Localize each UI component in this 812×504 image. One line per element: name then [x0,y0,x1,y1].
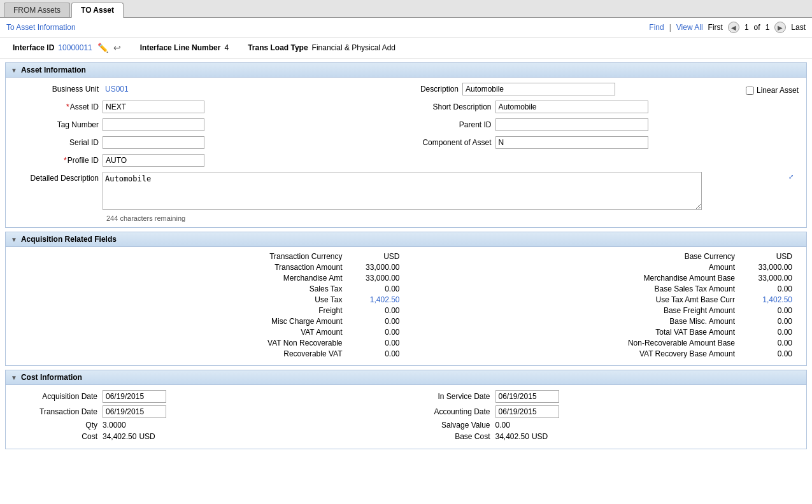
last-label: Last [791,23,806,32]
find-link[interactable]: Find [649,23,664,32]
cost-input[interactable] [495,390,559,403]
acq-label: Base Freight Amount [639,306,741,315]
acq-value: 0.00 [349,306,400,315]
tag-number-label: Tag Number [13,120,103,129]
detailed-description-label: Detailed Description [13,172,103,183]
acquisition-collapse-icon[interactable]: ▼ [11,236,17,243]
tag-number-input[interactable] [103,118,204,131]
parent-id-label: Parent ID [406,120,495,129]
acquisition-left-col: Transaction Currency USD Transaction Amo… [13,252,406,360]
acq-row: Misc Charge Amount 0.00 [20,317,400,326]
acq-row: VAT Recovery Base Amount 0.00 [413,349,793,358]
char-remaining: 244 characters remaining [106,214,799,222]
view-all-link[interactable]: View All [676,23,703,32]
acq-label: Transaction Amount [247,263,349,272]
description-input[interactable] [462,83,615,95]
prev-btn[interactable]: ◀ [728,22,739,33]
detailed-description-row: Detailed Description Automobile ⤢ [13,172,799,212]
top-bar: To Asset Information Find | View All Fir… [0,18,812,38]
acq-value: 0.00 [741,349,792,358]
acq-value: 33,000.00 [741,274,792,283]
acq-value: USD [741,252,792,261]
asset-information-header: ▼ Asset Information [6,63,806,78]
acq-label: Non-Recoverable Amount Base [628,339,741,347]
interface-line-group: Interface Line Number 4 [140,43,229,52]
asset-id-input[interactable] [103,101,204,113]
interface-id-value[interactable]: 10000011 [58,43,92,52]
page-total: 1 [766,23,770,32]
pagination-nav: Find | View All First ◀ 1 of 1 ▶ Last [649,22,806,33]
parent-id-input[interactable] [495,118,648,131]
cost-right-col: In Service Date Accounting Date Salvage … [406,390,799,444]
short-description-input[interactable] [495,101,648,113]
acquisition-right-col: Base Currency USD Amount 33,000.00 Merch… [406,252,799,360]
acq-row: Base Sales Tax Amount 0.00 [413,284,793,293]
acq-value: 0.00 [349,349,400,358]
next-btn[interactable]: ▶ [774,22,786,33]
profile-id-input[interactable] [103,154,204,167]
trans-load-type-label: Trans Load Type [248,43,308,52]
cost-value: 34,402.50 [103,432,136,441]
description-label: Description [373,85,462,94]
acq-value: 33,000.00 [349,274,400,283]
cost-row: Salvage Value 0.00 [413,421,793,430]
interface-line-value: 4 [224,43,229,52]
cost-input[interactable] [103,405,166,418]
acq-row: Base Misc. Amount 0.00 [413,317,793,326]
cost-header: ▼ Cost Information [6,370,806,385]
acq-row: Base Currency USD [413,252,793,261]
undo-icon[interactable]: ↩ [113,43,121,53]
cost-input[interactable] [103,390,166,403]
tab-bar: FROM Assets TO Asset [0,0,812,18]
tab-to-asset[interactable]: TO Asset [71,3,124,18]
acq-row: Use Tax Amt Base Curr 1,402.50 [413,295,793,304]
acq-label: Recoverable VAT [247,349,349,358]
linear-asset-checkbox[interactable] [746,87,754,95]
cost-collapse-icon[interactable]: ▼ [11,374,17,381]
asset-id-label: Asset ID [13,102,103,111]
cost-value: 34,402.50 [495,432,529,441]
acq-row: Non-Recoverable Amount Base 0.00 [413,339,793,347]
acq-row: Recoverable VAT 0.00 [20,349,400,358]
acq-row: Total VAT Base Amount 0.00 [413,328,793,337]
business-unit-value[interactable]: US001 [105,85,129,94]
acquisition-section: ▼ Acquisition Related Fields Transaction… [5,232,807,366]
linear-asset-label: Linear Asset [757,86,799,95]
acq-row: Merchandise Amt 33,000.00 [20,274,400,283]
acq-row: Freight 0.00 [20,306,400,315]
expand-icon[interactable]: ⤢ [788,173,794,180]
cost-label: In Service Date [413,392,495,401]
asset-information-section: ▼ Asset Information Business Unit US001 … [5,62,807,228]
page-title: To Asset Information [6,23,76,32]
tab-from-assets[interactable]: FROM Assets [4,3,70,17]
component-of-asset-input[interactable] [495,136,648,149]
serial-id-input[interactable] [103,136,204,149]
acq-label: Base Currency [639,252,741,261]
detailed-description-textarea[interactable]: Automobile [103,172,702,210]
usd-label: USD [139,432,155,441]
cost-row: In Service Date [413,390,793,403]
cost-left-col: Acquisition Date Transaction Date Qty 3.… [13,390,406,444]
acq-label: Use Tax Amt Base Curr [639,295,741,304]
acq-value: 0.00 [741,306,792,315]
collapse-icon[interactable]: ▼ [11,67,17,74]
cost-row: Accounting Date [413,405,793,418]
cost-label: Transaction Date [20,407,103,416]
acquisition-body: Transaction Currency USD Transaction Amo… [6,247,806,365]
acq-label: VAT Non Recoverable [247,339,349,347]
cost-label: Acquisition Date [20,392,103,401]
acq-row: Amount 33,000.00 [413,263,793,272]
cost-input[interactable] [495,405,559,418]
edit-icon[interactable]: ✏️ [97,43,108,53]
acq-label: Merchandise Amt [247,274,349,283]
acq-row: Merchandise Amount Base 33,000.00 [413,274,793,283]
interface-line-label: Interface Line Number [140,43,221,52]
acq-value: USD [349,252,400,261]
acq-value: 0.00 [349,317,400,326]
cost-row: Cost 34,402.50 USD [20,432,400,441]
acq-value: 0.00 [741,284,792,293]
acq-value: 1,402.50 [349,295,400,304]
acq-label: Transaction Currency [247,252,349,261]
cost-label: Accounting Date [413,407,495,416]
short-description-label: Short Description [406,102,495,111]
